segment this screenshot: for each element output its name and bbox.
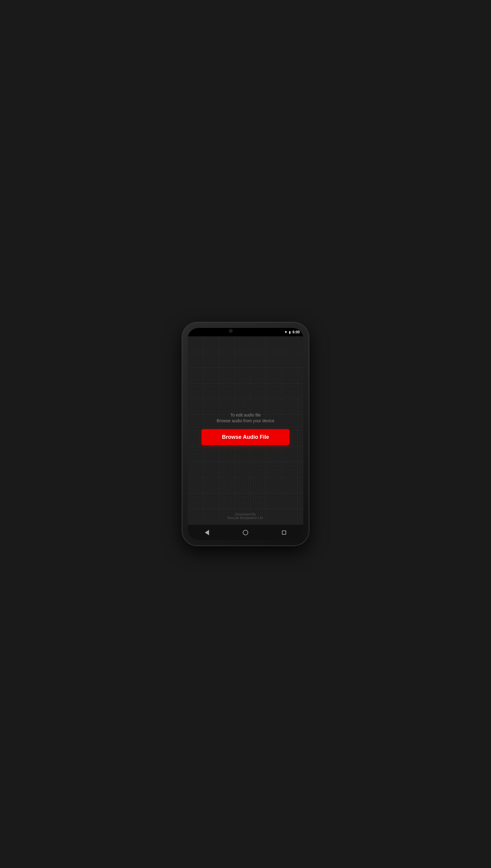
phone-screen: ▼ ▮ 6:00 To edit audio file Browse audio… bbox=[187, 328, 304, 540]
home-icon bbox=[243, 530, 248, 535]
status-time: 6:00 bbox=[292, 330, 300, 334]
phone-device: ▼ ▮ 6:00 To edit audio file Browse audio… bbox=[182, 323, 309, 545]
status-bar: ▼ ▮ 6:00 bbox=[187, 328, 304, 336]
phone-screen-wrapper: ▼ ▮ 6:00 To edit audio file Browse audio… bbox=[187, 328, 304, 540]
footer: Developed By DevLab Bangladesh Ltd. bbox=[227, 512, 264, 525]
back-icon bbox=[205, 530, 209, 535]
center-content: To edit audio file Browse audio from you… bbox=[187, 345, 304, 512]
footer-line1: Developed By bbox=[227, 512, 264, 516]
instruction-line2: Browse audio from your device bbox=[216, 418, 275, 423]
browse-audio-button[interactable]: Browse Audio File bbox=[202, 429, 289, 445]
instruction-text: To edit audio file Browse audio from you… bbox=[216, 413, 275, 423]
app-content: To edit audio file Browse audio from you… bbox=[187, 336, 304, 525]
home-button[interactable] bbox=[239, 527, 252, 539]
navigation-bar bbox=[187, 525, 304, 540]
recents-icon bbox=[282, 530, 286, 535]
footer-line2: DevLab Bangladesh Ltd. bbox=[227, 516, 264, 520]
recents-button[interactable] bbox=[278, 527, 290, 539]
instruction-line1: To edit audio file bbox=[216, 413, 275, 417]
back-button[interactable] bbox=[201, 527, 213, 539]
wifi-icon: ▼ bbox=[284, 330, 288, 334]
battery-icon: ▮ bbox=[289, 330, 291, 334]
